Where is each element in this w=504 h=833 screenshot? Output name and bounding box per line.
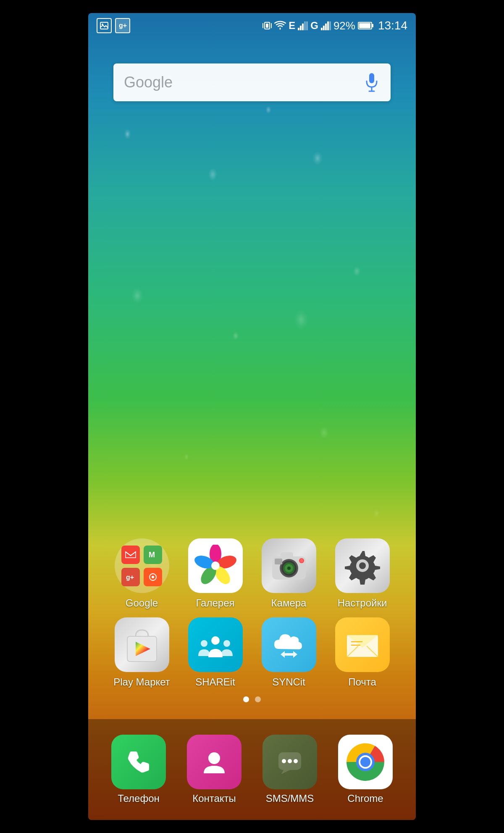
svg-point-53 — [223, 640, 230, 647]
svg-rect-38 — [281, 552, 293, 560]
svg-point-62 — [288, 759, 292, 763]
svg-point-48 — [359, 562, 366, 569]
sms-icon — [262, 735, 317, 789]
svg-text:g+: g+ — [119, 22, 127, 29]
gplus-notif-icon: g+ — [115, 18, 130, 33]
syncit-icon — [262, 617, 316, 672]
settings-label: Настройки — [338, 597, 387, 609]
svg-point-45 — [300, 559, 303, 562]
app-settings[interactable]: Настройки — [329, 538, 396, 609]
mic-button[interactable] — [363, 71, 380, 93]
svg-rect-9 — [302, 24, 304, 30]
page-dot-2[interactable] — [255, 696, 261, 702]
music-mini-icon — [144, 568, 162, 586]
app-shareit[interactable]: SHAREit — [182, 617, 249, 688]
dock-phone[interactable]: Телефон — [105, 735, 172, 804]
google-folder-icon: M g+ — [115, 538, 169, 593]
svg-rect-7 — [298, 28, 299, 30]
playstore-icon — [115, 617, 169, 672]
phone-icon — [111, 735, 166, 789]
phone-label: Телефон — [118, 793, 160, 804]
google-folder-label: Google — [126, 597, 158, 609]
gplus-mini-icon: g+ — [121, 568, 140, 586]
app-mail[interactable]: Почта — [329, 617, 396, 688]
svg-rect-8 — [300, 26, 302, 30]
svg-point-51 — [211, 636, 220, 645]
chrome-label: Chrome — [347, 793, 383, 804]
gallery-icon — [188, 538, 243, 593]
status-bar: g+ E — [88, 13, 416, 38]
page-dots — [88, 696, 416, 702]
svg-rect-0 — [100, 22, 108, 29]
dock-sms[interactable]: SMS/MMS — [256, 735, 323, 804]
gallery-notif-icon — [97, 18, 112, 33]
bottom-dock: Телефон Контакты — [88, 719, 416, 820]
vibrate-icon — [262, 20, 272, 32]
svg-rect-14 — [325, 24, 327, 30]
svg-point-43 — [287, 567, 291, 570]
contacts-label: Контакты — [192, 793, 236, 804]
maps-mini-icon: M — [144, 546, 162, 564]
battery-icon — [358, 21, 374, 30]
app-play-market[interactable]: Play Маркет — [108, 617, 176, 688]
svg-rect-11 — [306, 21, 308, 30]
status-right: E G 92% — [262, 19, 407, 32]
google-search-bar[interactable]: Google — [113, 63, 391, 101]
syncit-label: SYNCit — [272, 676, 305, 688]
svg-rect-13 — [323, 26, 325, 30]
svg-text:g+: g+ — [126, 574, 134, 581]
app-row-1: M g+ — [88, 538, 416, 609]
status-notifications: g+ — [97, 18, 130, 33]
status-time: 13:14 — [378, 19, 407, 32]
dock-contacts[interactable]: Контакты — [181, 735, 248, 804]
app-gallery[interactable]: Галерея — [182, 538, 249, 609]
app-grid: M g+ — [88, 538, 416, 711]
app-camera[interactable]: Камера — [255, 538, 323, 609]
chrome-icon — [338, 735, 393, 789]
svg-text:M: M — [149, 551, 155, 559]
network-g-icon: G — [310, 20, 318, 32]
app-google-folder[interactable]: M g+ — [108, 538, 176, 609]
gallery-label: Галерея — [196, 597, 234, 609]
svg-point-66 — [360, 757, 370, 767]
signal-bars-icon — [298, 21, 308, 30]
shareit-icon — [188, 617, 243, 672]
svg-point-30 — [152, 576, 154, 578]
svg-rect-4 — [266, 24, 268, 28]
svg-point-36 — [211, 561, 220, 570]
wifi-icon — [274, 21, 286, 31]
search-placeholder: Google — [124, 74, 363, 91]
camera-icon — [262, 538, 316, 593]
svg-rect-16 — [329, 21, 331, 30]
mail-label: Почта — [348, 676, 376, 688]
svg-rect-12 — [321, 28, 323, 30]
dock-chrome[interactable]: Chrome — [332, 735, 399, 804]
sms-label: SMS/MMS — [266, 793, 314, 804]
svg-rect-10 — [304, 21, 306, 30]
settings-icon — [335, 538, 390, 593]
svg-point-59 — [208, 752, 220, 764]
app-syncit[interactable]: SYNCit — [255, 617, 323, 688]
svg-rect-46 — [275, 559, 282, 564]
svg-point-61 — [282, 759, 286, 763]
shareit-label: SHAREit — [195, 676, 235, 688]
svg-rect-18 — [359, 23, 370, 28]
contacts-icon — [187, 735, 242, 789]
page-dot-1[interactable] — [243, 696, 249, 702]
svg-point-52 — [201, 640, 207, 647]
svg-rect-19 — [372, 24, 373, 27]
camera-label: Камера — [271, 597, 307, 609]
svg-rect-20 — [369, 73, 374, 83]
signal-e-icon: E — [289, 20, 295, 32]
mail-icon — [335, 617, 390, 672]
svg-point-63 — [294, 759, 298, 763]
signal-g-bars — [321, 21, 331, 30]
play-market-label: Play Маркет — [113, 676, 170, 688]
app-row-2: Play Маркет S — [88, 617, 416, 688]
phone-frame: g+ E — [88, 13, 416, 820]
svg-rect-15 — [327, 21, 329, 30]
battery-percent: 92% — [333, 19, 355, 32]
gmail-mini-icon — [121, 546, 140, 564]
